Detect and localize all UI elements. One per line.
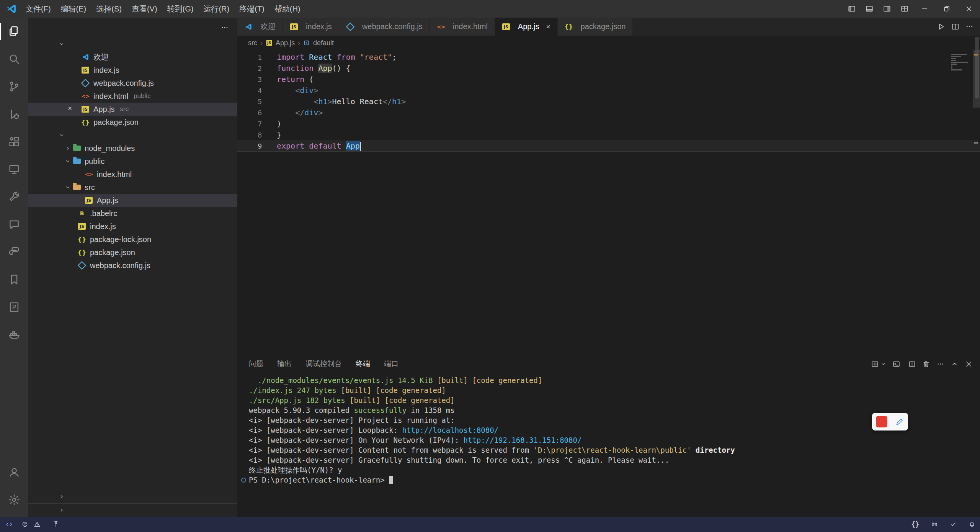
customize-layout-button[interactable] (896, 0, 913, 18)
code-line-9[interactable]: 9export default App (237, 141, 980, 152)
open-editor-App.js[interactable]: ×JSApp.jssrc (28, 103, 237, 116)
close-panel-button[interactable] (963, 359, 975, 369)
open-editor-package.json[interactable]: {}package.json (28, 116, 237, 129)
activity-python[interactable] (0, 238, 28, 266)
open-editors-section-header[interactable] (28, 38, 237, 51)
activity-settings[interactable] (0, 486, 28, 514)
activity-run-debug[interactable] (0, 100, 28, 128)
menu-item-3[interactable]: 查看(V) (127, 0, 162, 18)
menu-item-4[interactable]: 转到(G) (162, 0, 199, 18)
minimize-button[interactable] (913, 0, 936, 18)
menu-item-0[interactable]: 文件(F) (21, 0, 56, 18)
more-actions-icon[interactable] (220, 23, 229, 32)
terminal-output[interactable]: ./node_modules/events/events.js 14.5 KiB… (237, 372, 980, 517)
minimap[interactable] (951, 54, 970, 71)
tree-item-src[interactable]: src (28, 181, 237, 194)
go-live-button[interactable] (926, 517, 945, 532)
code-editor[interactable]: 1import React from "react";2function App… (237, 50, 980, 356)
ime-logo[interactable] (876, 416, 887, 427)
open-editor-webpack.config.js[interactable]: webpack.config.js (28, 77, 237, 90)
code-line-2[interactable]: 2function App() { (237, 63, 980, 74)
tree-item-.babelrc[interactable]: B.babelrc (28, 207, 237, 220)
activity-tools[interactable] (0, 183, 28, 211)
terminal-views-button[interactable] (869, 359, 888, 369)
cursor-position[interactable] (870, 517, 879, 532)
kill-terminal-button[interactable] (920, 359, 932, 369)
toggle-secondary-sidebar-button[interactable] (878, 0, 896, 18)
tree-item-public[interactable]: public (28, 155, 237, 168)
code-line-4[interactable]: 4 <div> (237, 85, 980, 96)
menu-item-7[interactable]: 帮助(H) (270, 0, 305, 18)
code-line-6[interactable]: 6 </div> (237, 107, 980, 118)
open-editor-index.js[interactable]: JSindex.js (28, 64, 237, 77)
tab-index.js[interactable]: JSindex.js (283, 18, 339, 36)
activity-docker[interactable] (0, 321, 28, 349)
panel-tab-调试控制台[interactable]: 调试控制台 (305, 356, 342, 372)
remote-indicator[interactable] (0, 517, 17, 532)
activity-extensions[interactable] (0, 128, 28, 156)
more-actions-button[interactable] (965, 22, 974, 31)
project-section-header[interactable] (28, 129, 237, 142)
run-button[interactable] (937, 22, 946, 31)
tab-package.json[interactable]: {}package.json (558, 18, 633, 36)
tab-index.html[interactable]: <>index.html (430, 18, 495, 36)
panel-tab-问题[interactable]: 问题 (249, 356, 263, 372)
panel-tab-输出[interactable]: 输出 (277, 356, 292, 372)
restore-button[interactable] (936, 0, 958, 18)
timeline-section-header[interactable] (28, 503, 237, 517)
line-number[interactable]: 5 (237, 96, 262, 107)
tree-item-node_modules[interactable]: node_modules (28, 142, 237, 155)
tab-App.js[interactable]: JSApp.js× (495, 18, 558, 36)
close-editor-icon[interactable]: × (68, 104, 72, 113)
activity-remote-explorer[interactable] (0, 156, 28, 183)
menu-item-2[interactable]: 选择(S) (91, 0, 127, 18)
line-number[interactable]: 9 (237, 141, 262, 152)
menu-item-5[interactable]: 运行(R) (198, 0, 234, 18)
tree-item-package-lock.json[interactable]: {}package-lock.json (28, 233, 237, 246)
ime-toolbar[interactable] (872, 413, 908, 431)
activity-bookmarks[interactable] (0, 266, 28, 293)
line-number[interactable]: 6 (237, 107, 262, 118)
code-line-3[interactable]: 3return ( (237, 74, 980, 85)
terminal-link[interactable]: http://192.168.31.151:8080/ (464, 436, 582, 444)
close-button[interactable] (958, 0, 980, 18)
code-line-8[interactable]: 8} (237, 129, 980, 141)
toggle-sidebar-button[interactable] (843, 0, 861, 18)
breadcrumb-item-default[interactable]: default (313, 39, 334, 47)
outline-section-header[interactable] (28, 490, 237, 503)
terminal-link[interactable]: http://localhost:8080/ (402, 426, 498, 434)
menu-item-6[interactable]: 终端(T) (234, 0, 270, 18)
panel-tab-终端[interactable]: 终端 (356, 356, 370, 372)
activity-chat[interactable] (0, 211, 28, 238)
tree-item-package.json[interactable]: {}package.json (28, 246, 237, 259)
split-terminal-button[interactable] (906, 359, 918, 369)
problems-indicator[interactable] (17, 517, 48, 532)
toggle-panel-button[interactable] (861, 0, 878, 18)
menu-item-1[interactable]: 编辑(E) (56, 0, 91, 18)
language-mode[interactable]: {} (907, 517, 926, 532)
open-editor-index.html[interactable]: <>index.htmlpublic (28, 90, 237, 103)
maximize-panel-button[interactable] (949, 359, 960, 369)
notifications-bell[interactable] (964, 517, 980, 532)
panel-more-actions-button[interactable] (934, 359, 946, 369)
code-line-5[interactable]: 5 <h1>Hello React</h1> (237, 96, 980, 107)
line-number[interactable]: 3 (237, 74, 262, 85)
close-tab-icon[interactable]: × (546, 23, 550, 31)
activity-search[interactable] (0, 45, 28, 73)
encoding[interactable] (889, 517, 898, 532)
terminal-line[interactable]: PS D:\project\react-hook-learn> (249, 475, 980, 485)
activity-project-manager[interactable]: P (0, 293, 28, 321)
code-line-7[interactable]: 7) (237, 118, 980, 129)
tree-item-index.html[interactable]: <>index.html (28, 168, 237, 181)
code-line-1[interactable]: 1import React from "react"; (237, 52, 980, 63)
activity-account[interactable] (0, 458, 28, 486)
terminal-instance-cmd[interactable] (890, 359, 904, 369)
line-number[interactable]: 2 (237, 63, 262, 74)
tab-webpack.config.js[interactable]: webpack.config.js (339, 18, 430, 36)
line-number[interactable]: 1 (237, 52, 262, 63)
breadcrumb-item-App.js[interactable]: App.js (276, 39, 295, 47)
tree-item-App.js[interactable]: JSApp.js (28, 194, 237, 207)
open-editor-欢迎[interactable]: 欢迎 (28, 51, 237, 64)
breadcrumb-item-src[interactable]: src (248, 39, 257, 47)
prettier-status[interactable] (945, 517, 964, 532)
